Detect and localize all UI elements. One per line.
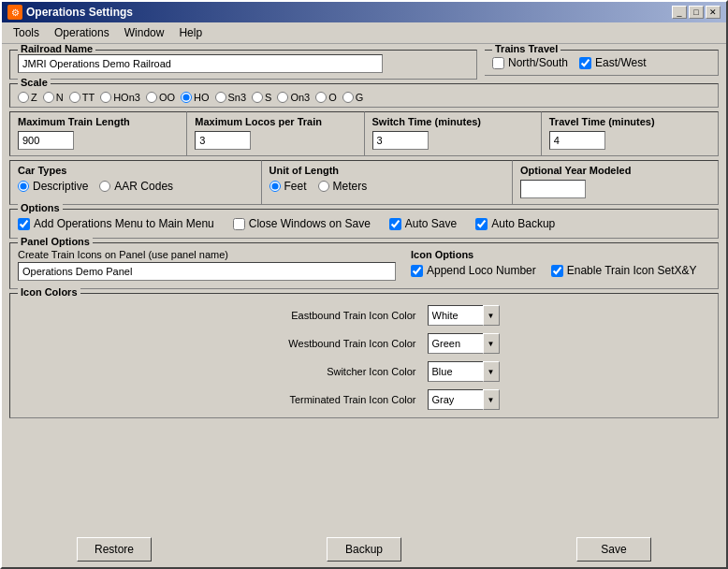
switch-time-label: Switch Time (minutes)	[372, 116, 533, 127]
auto-backup-label: Auto Backup	[491, 217, 555, 230]
north-south-checkbox[interactable]	[492, 57, 504, 69]
trains-travel-label: Trains Travel	[492, 44, 561, 54]
switch-time-input[interactable]	[372, 131, 429, 150]
options-row: Add Operations Menu to Main Menu Close W…	[18, 213, 710, 230]
backup-button[interactable]: Backup	[327, 537, 401, 562]
auto-save-checkbox[interactable]	[389, 218, 401, 230]
eastbound-color-input[interactable]	[428, 305, 484, 326]
east-west-row: East/West	[579, 56, 646, 69]
railroad-name-box: Railroad Name	[9, 50, 477, 80]
feet-row: Feet	[269, 180, 307, 193]
scale-tt-radio[interactable]	[69, 92, 80, 103]
scale-on3-radio[interactable]	[277, 92, 288, 103]
menu-tools[interactable]: Tools	[6, 24, 47, 41]
panel-name-input[interactable]	[18, 262, 396, 281]
append-loco-checkbox[interactable]	[411, 265, 423, 277]
scale-sn3-radio[interactable]	[215, 92, 226, 103]
panel-left: Create Train Icons on Panel (use panel n…	[18, 249, 396, 281]
east-west-checkbox[interactable]	[579, 57, 591, 69]
scale-hon3-radio[interactable]	[100, 92, 111, 103]
maximize-button[interactable]: □	[689, 6, 704, 19]
scale-oo-radio[interactable]	[146, 92, 157, 103]
max-train-length-input[interactable]	[18, 131, 74, 150]
car-descriptive-row: Descriptive	[18, 180, 88, 193]
title-buttons: _ □ ✕	[672, 6, 721, 19]
scale-on3-label: On3	[290, 92, 310, 103]
westbound-color-input[interactable]	[428, 333, 484, 354]
terminated-color-input[interactable]	[428, 389, 484, 410]
add-menu-checkbox[interactable]	[18, 218, 30, 230]
create-icons-label: Create Train Icons on Panel (use panel n…	[18, 249, 396, 260]
four-col-row: Maximum Train Length Maximum Locos per T…	[9, 111, 719, 156]
meters-radio[interactable]	[318, 181, 329, 192]
switcher-color-input[interactable]	[428, 361, 484, 382]
car-types-box: Car Types Descriptive AAR Codes	[9, 160, 262, 205]
trains-travel-box: Trains Travel North/South East/West	[485, 50, 719, 76]
scale-z: Z	[18, 92, 37, 103]
optional-year-box: Optional Year Modeled	[513, 160, 719, 205]
scale-hon3: HOn3	[100, 92, 140, 103]
travel-time-box: Travel Time (minutes)	[542, 111, 719, 156]
car-aar-row: AAR Codes	[99, 180, 173, 193]
feet-radio[interactable]	[269, 181, 281, 192]
car-aar-label: AAR Codes	[114, 180, 173, 193]
meters-label: Meters	[333, 180, 368, 193]
eastbound-color-dropdown[interactable]: ▼	[483, 305, 500, 326]
options-label: Options	[18, 202, 63, 213]
restore-button[interactable]: Restore	[77, 537, 152, 562]
meters-row: Meters	[318, 180, 368, 193]
terminated-color-row: Terminated Train Icon Color ▼	[229, 389, 500, 410]
append-loco-label: Append Loco Number	[427, 264, 536, 277]
close-button[interactable]: ✕	[706, 6, 721, 19]
car-descriptive-label: Descriptive	[33, 180, 88, 193]
max-locos-input[interactable]	[195, 131, 251, 150]
railroad-name-label: Railroad Name	[18, 44, 95, 54]
add-menu-row: Add Operations Menu to Main Menu	[18, 217, 214, 230]
scale-o-radio[interactable]	[315, 92, 327, 103]
close-windows-checkbox[interactable]	[233, 218, 245, 230]
menu-window[interactable]: Window	[117, 24, 172, 41]
menu-operations[interactable]: Operations	[47, 24, 117, 41]
switcher-color-dropdown[interactable]: ▼	[483, 361, 500, 382]
car-aar-radio[interactable]	[99, 181, 110, 192]
save-button[interactable]: Save	[576, 537, 651, 562]
scale-z-radio[interactable]	[18, 92, 29, 103]
scale-n-label: N	[56, 92, 64, 103]
max-locos-label: Maximum Locos per Train	[195, 116, 356, 127]
westbound-color-label: Westbound Train Icon Color	[229, 338, 416, 349]
scale-n: N	[43, 92, 64, 103]
scale-g: G	[342, 92, 364, 103]
car-descriptive-radio[interactable]	[18, 181, 29, 192]
max-train-length-label: Maximum Train Length	[18, 116, 179, 127]
icon-options-label: Icon Options	[411, 249, 710, 260]
scale-g-radio[interactable]	[342, 92, 354, 103]
close-windows-label: Close Windows on Save	[249, 217, 371, 230]
panel-row: Create Train Icons on Panel (use panel n…	[18, 247, 710, 281]
car-unit-optional-row: Car Types Descriptive AAR Codes Unit of …	[9, 160, 719, 205]
close-windows-row: Close Windows on Save	[233, 217, 371, 230]
title-bar-left: ⚙ Operations Settings	[7, 5, 133, 20]
scale-s-label: S	[265, 92, 271, 103]
menu-help[interactable]: Help	[171, 24, 210, 41]
panel-options-label: Panel Options	[18, 236, 93, 247]
travel-time-input[interactable]	[549, 131, 605, 150]
scale-tt-label: TT	[82, 92, 95, 103]
minimize-button[interactable]: _	[672, 6, 687, 19]
panel-options-section: Panel Options Create Train Icons on Pane…	[9, 242, 719, 289]
auto-save-label: Auto Save	[405, 217, 457, 230]
terminated-color-dropdown[interactable]: ▼	[483, 389, 500, 410]
options-box: Options Add Operations Menu to Main Menu…	[9, 209, 719, 239]
scale-ho-radio[interactable]	[181, 92, 192, 103]
auto-backup-checkbox[interactable]	[475, 218, 488, 230]
railroad-name-input[interactable]	[18, 54, 383, 73]
add-menu-label: Add Operations Menu to Main Menu	[34, 217, 214, 230]
travel-time-label: Travel Time (minutes)	[549, 116, 710, 127]
north-south-row: North/South	[492, 56, 568, 69]
optional-year-input[interactable]	[520, 180, 586, 198]
scale-n-radio[interactable]	[43, 92, 54, 103]
westbound-color-group: ▼	[428, 333, 500, 354]
enable-train-icon-checkbox[interactable]	[551, 265, 563, 277]
westbound-color-dropdown[interactable]: ▼	[483, 333, 500, 354]
icon-colors-label: Icon Colors	[18, 286, 80, 298]
scale-s-radio[interactable]	[252, 92, 263, 103]
